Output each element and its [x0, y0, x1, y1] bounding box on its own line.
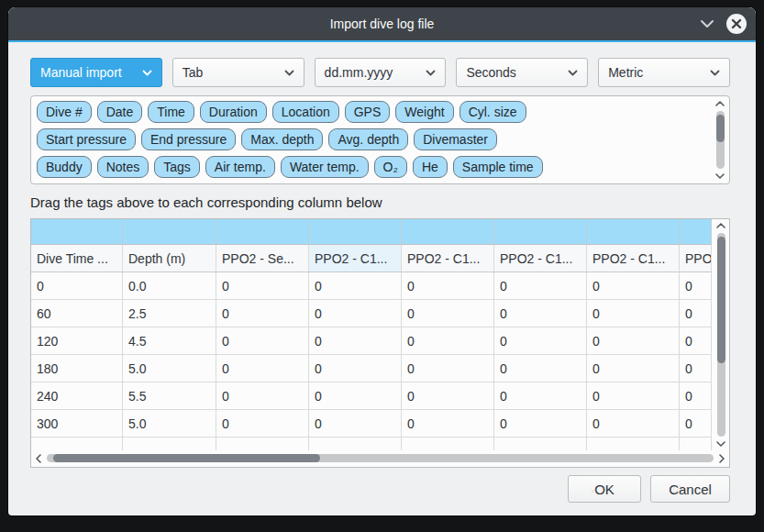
table-cell[interactable]: 0: [309, 410, 402, 438]
column-header[interactable]: PPO2 - Se...: [216, 245, 309, 272]
table-cell[interactable]: 0: [402, 300, 494, 327]
table-cell[interactable]: 0: [494, 300, 587, 327]
table-cell[interactable]: 2.5: [123, 300, 216, 327]
tag-drop-cell[interactable]: [31, 219, 123, 245]
scroll-up-icon[interactable]: [716, 220, 725, 231]
table-horizontal-scrollbar[interactable]: [32, 450, 728, 466]
table-cell[interactable]: 0: [587, 327, 680, 355]
cancel-button[interactable]: ⊘ Cancel: [650, 475, 730, 503]
table-cell[interactable]: [31, 438, 123, 450]
drag-tag-cyl-size[interactable]: Cyl. size: [460, 101, 526, 123]
scroll-right-icon[interactable]: [715, 454, 728, 463]
units-combobox[interactable]: Metric: [598, 58, 730, 87]
drag-tag-air-temp[interactable]: Air temp.: [205, 156, 275, 178]
column-header[interactable]: Dive Time ...: [31, 245, 123, 272]
table-cell[interactable]: 0: [494, 355, 587, 382]
drag-tag-date[interactable]: Date: [97, 101, 143, 123]
drag-tag-buddy[interactable]: Buddy: [37, 156, 92, 178]
import-mode-combobox[interactable]: Manual import: [30, 58, 162, 87]
table-cell[interactable]: 0: [309, 355, 402, 382]
scrollbar-thumb[interactable]: [717, 237, 725, 363]
table-cell[interactable]: 0: [402, 382, 494, 410]
table-cell[interactable]: 0: [680, 382, 712, 410]
column-header[interactable]: PPO2 - C1...: [587, 245, 680, 272]
scrollbar-track[interactable]: [717, 233, 725, 437]
drag-tag-gps[interactable]: GPS: [345, 101, 391, 123]
drag-tag-avg-depth[interactable]: Avg. depth: [328, 128, 408, 150]
table-cell[interactable]: 0: [216, 272, 309, 300]
column-header[interactable]: PPO2 - C1...: [494, 245, 587, 272]
table-cell[interactable]: 180: [31, 355, 123, 382]
scrollbar-track[interactable]: [716, 111, 725, 169]
tag-drop-cell[interactable]: [402, 219, 494, 245]
drag-tag-start-pressure[interactable]: Start pressure: [37, 128, 136, 150]
shade-button[interactable]: [699, 16, 715, 32]
table-cell[interactable]: 0: [216, 410, 309, 438]
table-cell[interactable]: [587, 438, 680, 450]
drag-tag-dive[interactable]: Dive #: [37, 101, 92, 123]
drag-tag-max-depth[interactable]: Max. depth: [241, 128, 323, 150]
drag-tag-duration[interactable]: Duration: [200, 101, 267, 123]
table-cell[interactable]: 0: [402, 355, 494, 382]
ok-button[interactable]: ✓ OK: [568, 475, 641, 503]
drag-tag-location[interactable]: Location: [272, 101, 339, 123]
drag-tag-water-temp[interactable]: Water temp.: [281, 156, 369, 178]
table-cell[interactable]: 0: [680, 327, 712, 355]
scrollbar-thumb[interactable]: [716, 115, 725, 142]
date-format-combobox[interactable]: dd.mm.yyyy: [315, 58, 447, 87]
table-cell[interactable]: [123, 438, 216, 450]
table-cell[interactable]: 0: [216, 355, 309, 382]
table-cell[interactable]: 0: [494, 382, 587, 410]
tag-drop-cell[interactable]: [309, 219, 402, 245]
table-vertical-scrollbar[interactable]: [714, 220, 728, 449]
table-cell[interactable]: 0: [587, 300, 680, 327]
column-header[interactable]: PPO2 - C1...: [680, 245, 712, 272]
table-cell[interactable]: 0: [680, 272, 712, 300]
table-cell[interactable]: 5.5: [123, 382, 216, 410]
table-cell[interactable]: 0: [587, 355, 680, 382]
column-header[interactable]: PPO2 - C1...: [402, 245, 494, 272]
drag-tag-notes[interactable]: Notes: [97, 156, 149, 178]
table-cell[interactable]: 120: [31, 327, 123, 355]
scrollbar-track[interactable]: [47, 454, 714, 462]
table-cell[interactable]: 0: [494, 327, 587, 355]
column-header[interactable]: PPO2 - C1...: [309, 245, 402, 272]
table-cell[interactable]: 0: [680, 410, 712, 438]
table-cell[interactable]: 0: [494, 410, 587, 438]
column-header[interactable]: Depth (m): [123, 245, 216, 272]
table-cell[interactable]: 0.0: [123, 272, 216, 300]
table-cell[interactable]: 0: [216, 382, 309, 410]
table-cell[interactable]: [402, 438, 494, 450]
table-cell[interactable]: 0: [587, 410, 680, 438]
table-cell[interactable]: [494, 438, 587, 450]
titlebar[interactable]: Import dive log file: [8, 7, 756, 40]
drag-tag-weight[interactable]: Weight: [395, 101, 453, 123]
scroll-down-icon[interactable]: [716, 438, 725, 449]
table-cell[interactable]: 0: [309, 327, 402, 355]
table-cell[interactable]: 300: [31, 410, 123, 438]
table-cell[interactable]: 0: [31, 272, 123, 300]
table-cell[interactable]: 0: [587, 272, 680, 300]
tag-drop-cell[interactable]: [123, 219, 216, 245]
table-cell[interactable]: 4.5: [123, 327, 216, 355]
table-cell[interactable]: 60: [31, 300, 123, 327]
table-cell[interactable]: [216, 438, 309, 450]
drag-tag-tags[interactable]: Tags: [154, 156, 200, 178]
table-cell[interactable]: 5.0: [123, 355, 216, 382]
close-button[interactable]: [726, 14, 747, 34]
tag-drop-cell[interactable]: [587, 219, 680, 245]
table-cell[interactable]: [309, 438, 402, 450]
table-cell[interactable]: 0: [309, 300, 402, 327]
table-cell[interactable]: 0: [402, 410, 494, 438]
drag-tag-o[interactable]: O₂: [374, 156, 407, 178]
tag-drop-cell[interactable]: [494, 219, 587, 245]
scroll-left-icon[interactable]: [32, 454, 45, 463]
scrollbar-thumb[interactable]: [53, 454, 320, 462]
drag-tag-end-pressure[interactable]: End pressure: [141, 128, 236, 150]
drag-tag-time[interactable]: Time: [148, 101, 194, 123]
drag-tag-divemaster[interactable]: Divemaster: [414, 128, 497, 150]
table-cell[interactable]: 240: [31, 382, 123, 410]
table-cell[interactable]: 0: [494, 272, 587, 300]
drag-tag-sample-time[interactable]: Sample time: [453, 156, 543, 178]
field-separator-combobox[interactable]: Tab: [172, 58, 304, 87]
